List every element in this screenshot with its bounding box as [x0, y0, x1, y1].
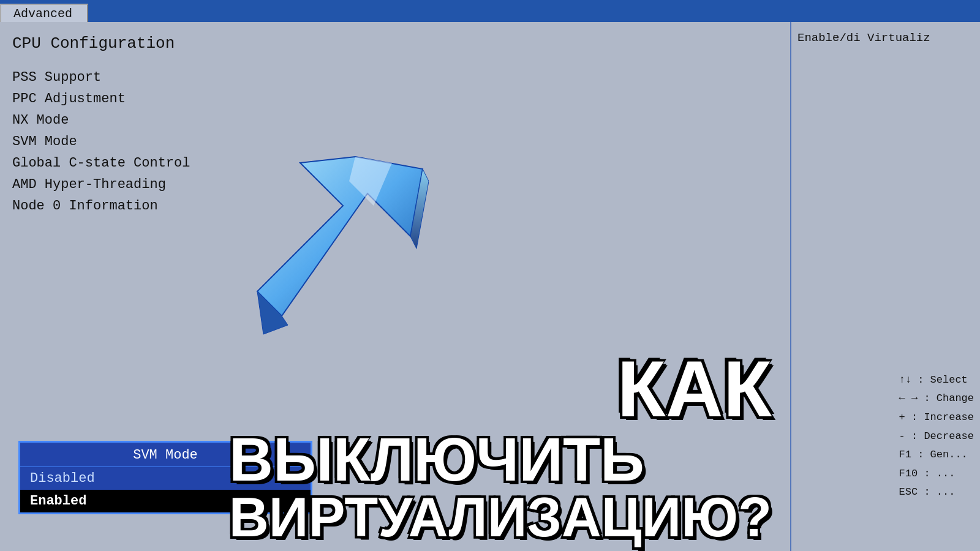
- key-f10: F10 : ...: [899, 465, 974, 484]
- key-select: ↑↓ : Select: [899, 371, 974, 390]
- right-sidebar: Enable/di Virtualiz ↑↓ : Select ← → : Ch…: [790, 22, 980, 551]
- svg-marker-2: [257, 291, 288, 334]
- setting-name: PPC Adjustment: [12, 91, 126, 107]
- svm-popup[interactable]: SVM Mode Disabled Enabled: [18, 441, 312, 514]
- setting-name: Node 0 Information: [12, 198, 158, 214]
- key-f1: F1 : Gen...: [899, 446, 974, 465]
- main-area: CPU Configuration PSS Support[Enabled]PP…: [0, 22, 980, 551]
- setting-name: SVM Mode: [12, 134, 77, 149]
- key-esc: ESC : ...: [899, 483, 974, 502]
- setting-name: PSS Support: [12, 70, 101, 85]
- sidebar-help: Enable/di Virtualiz: [797, 29, 974, 47]
- kak-label: КАК: [229, 349, 772, 429]
- key-change: ← → : Change: [899, 389, 974, 408]
- svm-option-enabled[interactable]: Enabled: [20, 490, 311, 512]
- svm-option-disabled[interactable]: Disabled: [20, 467, 311, 490]
- setting-name: Global C-state Control: [12, 156, 190, 171]
- top-bar: Advanced: [0, 0, 980, 22]
- helper-keys: ↑↓ : Select ← → : Change + : Increase - …: [899, 371, 974, 502]
- svm-popup-title: SVM Mode: [20, 443, 311, 467]
- key-increase: + : Increase: [899, 408, 974, 427]
- tab-advanced[interactable]: Advanced: [0, 4, 88, 22]
- setting-name: NX Mode: [12, 113, 69, 128]
- sidebar-help-text: Enable/di Virtualiz: [797, 31, 930, 45]
- setting-name: AMD Hyper-Threading: [12, 177, 166, 192]
- key-decrease: - : Decrease: [899, 427, 974, 446]
